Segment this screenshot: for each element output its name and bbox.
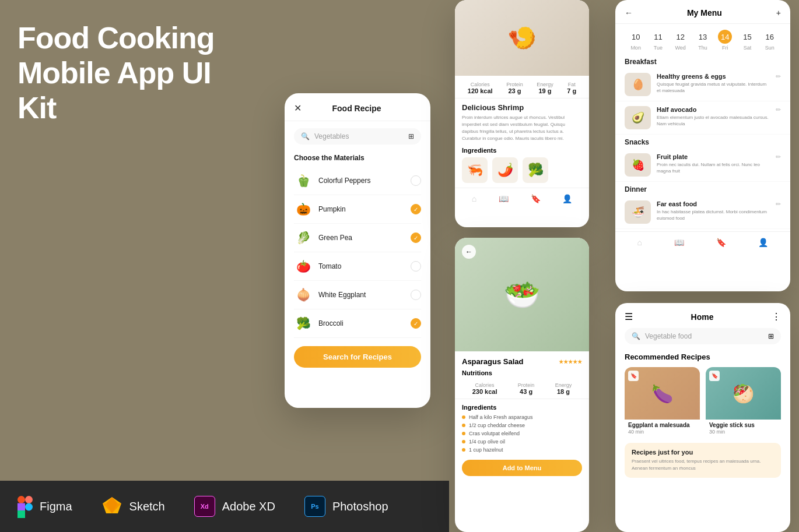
ingredient-icon: 🧅 (294, 286, 313, 304)
ingredient-checkbox-checked[interactable]: ✓ (411, 232, 421, 243)
bookmark-nav-icon[interactable]: 🔖 (531, 194, 541, 203)
day-12: 12 Wed (674, 30, 688, 51)
recipe-row: 🔖 🍆 Eggplant a malesuada 40 min 🔖 🥙 Vegg… (615, 367, 790, 437)
svg-point-3 (25, 503, 33, 511)
list-item: 1/2 cup cheddar cheese (462, 421, 582, 429)
list-item: 🧅 White Eggplant (294, 281, 421, 309)
card1-header: ✕ Food Recipe (285, 93, 430, 121)
svg-rect-0 (17, 496, 25, 503)
salad-stats: Calories 230 kcal Protein 43 g Energy 18… (455, 379, 589, 399)
meal-image: 🥚 (625, 73, 651, 96)
list-item: 🥑 Half avocado Etiam elementum justo el … (615, 101, 790, 135)
meal-image: 🍜 (625, 200, 651, 224)
salad-name: Asparagus Salad (462, 357, 524, 366)
meal-info: Fruit plate Proin nec iaculis dui. Nulla… (657, 153, 770, 174)
back-button[interactable]: ← (462, 245, 476, 259)
bullet-dot (462, 415, 465, 419)
recommend-title: Recipes just for you (632, 449, 774, 456)
bookmark-icon[interactable]: 🔖 (709, 371, 720, 381)
profile-nav-icon[interactable]: 👤 (562, 194, 572, 203)
ingredient-checkbox[interactable] (411, 290, 421, 300)
search-recipes-button[interactable]: Search for Recipes (294, 346, 421, 368)
svg-rect-2 (17, 503, 25, 511)
day-11: 11 Tue (651, 30, 665, 51)
svg-rect-1 (25, 496, 33, 503)
more-options-icon[interactable]: ⋮ (772, 311, 781, 322)
edit-icon[interactable]: ✏ (776, 153, 781, 161)
recipe-image: 🔖 🥙 (706, 367, 781, 420)
profile-nav-icon[interactable]: 👤 (758, 238, 768, 247)
dish-name: Delicious Shrimp (455, 98, 589, 114)
day-10: 10 Mon (629, 30, 643, 51)
ingredient-name: White Eggplant (318, 291, 411, 299)
book-nav-icon[interactable]: 📖 (674, 238, 684, 247)
recipe-name: Veggie stick sus (706, 420, 781, 429)
adobe-xd-tool[interactable]: Xd Adobe XD (194, 496, 275, 517)
stat-fat: Fat 7 g (567, 82, 576, 94)
menu-icon[interactable]: ☰ (625, 311, 633, 322)
list-item: 🍅 Tomato (294, 252, 421, 281)
list-item: Cras volutpat eleifend (462, 429, 582, 438)
title-line2: Mobile App UI Kit (17, 56, 211, 125)
edit-icon[interactable]: ✏ (776, 73, 781, 80)
title-line1: Food Cooking (17, 21, 214, 55)
ingredient-icon: 🎃 (294, 200, 313, 219)
left-panel: Food Cooking Mobile App UI Kit (17, 21, 251, 125)
list-item: 1 cup hazelnut (462, 446, 582, 454)
ingredient-icon: 🥬 (294, 228, 313, 247)
edit-icon[interactable]: ✏ (776, 200, 781, 208)
search-placeholder: Vegetables (314, 132, 349, 140)
list-item: 🥦 Broccoli ✓ (294, 309, 421, 338)
nutrition-title: Nutritions (455, 367, 589, 379)
home-search-bar[interactable]: 🔍 Vegetable food ⊞ (625, 328, 781, 344)
book-nav-icon[interactable]: 📖 (499, 194, 509, 203)
ingredient-list: 🫑 Colorful Peppers 🎃 Pumpkin ✓ 🥬 Green P… (285, 167, 430, 338)
main-title: Food Cooking Mobile App UI Kit (17, 21, 251, 125)
search-icon: 🔍 (301, 132, 310, 140)
add-to-menu-button[interactable]: Add to Menu (462, 460, 582, 476)
search-placeholder: Vegetable food (645, 332, 692, 340)
ingredient-checkbox-checked[interactable]: ✓ (411, 204, 421, 214)
materials-section-title: Choose the Materials (285, 152, 430, 167)
bookmark-icon[interactable]: 🔖 (628, 371, 639, 381)
bullet-dot (462, 424, 465, 427)
ingredient-checkbox-checked[interactable]: ✓ (411, 318, 421, 329)
figma-tool[interactable]: Figma (17, 496, 72, 517)
search-bar[interactable]: 🔍 Vegetables ⊞ (294, 128, 421, 145)
sketch-icon (101, 496, 122, 517)
meal-image: 🥑 (625, 106, 651, 129)
card5-header: ☰ Home ⋮ (615, 303, 790, 328)
photoshop-tool[interactable]: Ps Photoshop (304, 496, 388, 517)
sketch-tool[interactable]: Sketch (101, 496, 165, 517)
ingredient-name: Broccoli (318, 319, 411, 327)
close-icon[interactable]: ✕ (294, 103, 302, 114)
filter-icon[interactable]: ⊞ (768, 332, 774, 340)
ingredient-pepper: 🌶️ (492, 157, 518, 183)
recipe-time: 40 min (625, 429, 700, 437)
home-nav-icon[interactable]: ⌂ (472, 194, 476, 203)
ingredient-broccoli: 🥦 (523, 157, 548, 183)
list-item: Half a kilo Fresh asparagus (462, 413, 582, 421)
ingredient-checkbox[interactable] (411, 261, 421, 272)
home-nav-icon[interactable]: ⌂ (637, 238, 642, 247)
recipe-card-eggplant[interactable]: 🔖 🍆 Eggplant a malesuada 40 min (625, 367, 700, 437)
bullet-dot (462, 440, 465, 443)
card4-header: ← My Menu + (615, 0, 790, 24)
recipe-name: Eggplant a malesuada (625, 420, 700, 429)
filter-icon[interactable]: ⊞ (408, 132, 414, 140)
stat-protein: Protein 23 g (506, 82, 523, 94)
list-item: 🍓 Fruit plate Proin nec iaculis dui. Nul… (615, 149, 790, 182)
recipe-card-veggie[interactable]: 🔖 🥙 Veggie stick sus 30 min (706, 367, 781, 437)
ingredients-title: Ingredients (455, 142, 589, 157)
ingredient-icon: 🥦 (294, 314, 313, 333)
edit-icon[interactable]: ✏ (776, 106, 781, 114)
add-icon[interactable]: + (776, 8, 781, 17)
back-icon[interactable]: ← (625, 8, 633, 17)
list-item: 🥚 Healthy greens & eggs Quisque feugiat … (615, 68, 790, 101)
stat-calories: Calories 120 kcal (468, 82, 493, 94)
stat-energy: Energy 19 g (537, 82, 553, 94)
ingredient-checkbox[interactable] (411, 175, 421, 186)
day-14-active[interactable]: 14 Fri (718, 30, 732, 51)
bookmark-nav-icon[interactable]: 🔖 (716, 238, 726, 247)
xd-label: Adobe XD (222, 500, 275, 513)
